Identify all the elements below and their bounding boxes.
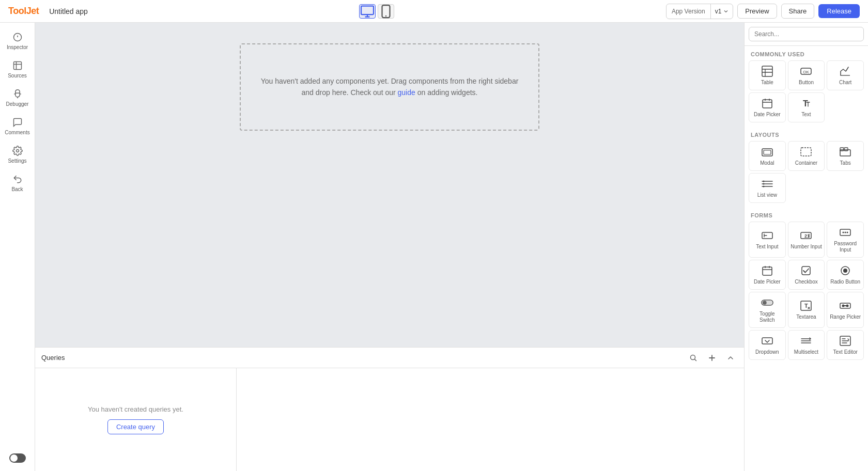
queries-list: You haven't created queries yet. Create …	[35, 368, 237, 471]
preview-button[interactable]: Preview	[737, 4, 777, 19]
chart-icon	[839, 65, 851, 77]
text-input-label: Text Input	[756, 244, 778, 250]
sidebar-item-settings[interactable]: Settings	[0, 140, 35, 169]
forms-title: Forms	[745, 207, 868, 222]
checkbox-icon	[800, 264, 812, 277]
bottom-panel: Queries You haven't created queries yet.…	[35, 347, 744, 471]
right-sidebar: Commonly Used Table OK Button Chart	[744, 23, 868, 471]
component-text[interactable]: T Text	[788, 92, 825, 122]
svg-point-2	[385, 15, 386, 16]
component-container[interactable]: Container	[788, 141, 825, 171]
range-picker-icon	[839, 300, 851, 312]
component-list-view[interactable]: List view	[749, 173, 786, 203]
desktop-view-button[interactable]	[359, 4, 376, 19]
text-input-icon	[761, 229, 773, 242]
text-label: Text	[801, 112, 811, 118]
number-input-label: Number Input	[791, 244, 822, 250]
svg-rect-10	[763, 100, 772, 108]
create-query-button[interactable]: Create query	[107, 419, 164, 434]
date-picker-form-icon	[761, 264, 773, 277]
component-number-input[interactable]: 21 Number Input	[788, 222, 825, 258]
queries-empty-text: You haven't created queries yet.	[88, 405, 183, 413]
component-search-input[interactable]	[749, 27, 864, 41]
password-input-label: Password Input	[829, 241, 861, 253]
component-tabs[interactable]: Tabs	[827, 141, 864, 171]
component-textarea[interactable]: T Textarea	[788, 292, 825, 328]
svg-point-5	[16, 150, 19, 152]
empty-message: You haven't added any components yet. Dr…	[261, 77, 519, 85]
textarea-label: Textarea	[796, 314, 816, 320]
guide-link[interactable]: guide	[398, 88, 415, 97]
component-table[interactable]: Table	[749, 60, 786, 90]
svg-text:OK: OK	[803, 70, 810, 74]
sidebar-item-comments[interactable]: Comments	[0, 112, 35, 140]
collapse-panel-button[interactable]	[723, 351, 738, 365]
topbar-right: App Version v1 Preview Share Release	[666, 4, 860, 19]
logo-jet: Jet	[26, 6, 39, 16]
svg-rect-14	[801, 148, 811, 156]
component-chart[interactable]: Chart	[827, 60, 864, 90]
text-editor-icon	[839, 335, 851, 347]
empty-message2: and drop here. Check out our	[302, 88, 396, 97]
radio-button-icon	[839, 264, 851, 277]
radio-button-label: Radio Button	[830, 279, 860, 285]
component-password-input[interactable]: Password Input	[827, 222, 864, 258]
canvas-container: You haven't added any components yet. Dr…	[35, 23, 744, 347]
version-selector[interactable]: App Version v1	[666, 4, 733, 19]
device-toggle	[94, 4, 660, 19]
commonly-used-title: Commonly Used	[745, 46, 868, 60]
sidebar-item-back[interactable]: Back	[0, 169, 35, 197]
component-range-picker[interactable]: Range Picker	[827, 292, 864, 328]
component-checkbox[interactable]: Checkbox	[788, 260, 825, 290]
chart-label: Chart	[839, 80, 851, 86]
component-modal[interactable]: Modal	[749, 141, 786, 171]
dropdown-icon	[761, 335, 773, 347]
svg-rect-7	[762, 66, 772, 76]
component-date-picker[interactable]: Date Picker	[749, 92, 786, 122]
left-sidebar: Inspector Sources Debugger Comments Sett…	[0, 23, 35, 471]
svg-text:T: T	[803, 99, 808, 108]
modal-label: Modal	[760, 160, 774, 166]
queries-content: You haven't created queries yet. Create …	[35, 368, 744, 471]
queries-title: Queries	[41, 354, 682, 362]
version-value: v1	[711, 4, 733, 19]
component-text-input[interactable]: Text Input	[749, 222, 786, 258]
component-date-picker-form[interactable]: Date Picker	[749, 260, 786, 290]
tabs-label: Tabs	[840, 160, 851, 166]
search-container	[745, 23, 868, 46]
text-editor-label: Text Editor	[833, 349, 858, 355]
search-queries-button[interactable]	[686, 351, 701, 365]
add-query-button[interactable]	[705, 351, 719, 365]
component-dropdown[interactable]: Dropdown	[749, 330, 786, 360]
drop-zone[interactable]: You haven't added any components yet. Dr…	[240, 43, 539, 131]
toggle-switch-icon	[761, 296, 773, 309]
dark-mode-toggle[interactable]	[9, 453, 26, 463]
svg-point-31	[843, 269, 847, 273]
container-label: Container	[795, 160, 817, 166]
sidebar-item-inspector[interactable]: Inspector	[0, 27, 35, 55]
svg-rect-13	[764, 150, 771, 154]
dropdown-label: Dropdown	[755, 349, 779, 355]
release-button[interactable]: Release	[818, 4, 860, 18]
sidebar-item-debugger[interactable]: Debugger	[0, 84, 35, 112]
svg-rect-16	[840, 148, 844, 151]
password-input-icon	[839, 226, 851, 239]
date-picker-icon	[761, 97, 773, 109]
app-title: Untitled app	[49, 7, 88, 15]
number-input-icon: 21	[800, 229, 812, 242]
container-icon	[800, 146, 812, 158]
component-button[interactable]: OK Button	[788, 60, 825, 90]
component-radio-button[interactable]: Radio Button	[827, 260, 864, 290]
component-toggle-switch[interactable]: Toggle Switch	[749, 292, 786, 328]
component-text-editor[interactable]: Text Editor	[827, 330, 864, 360]
share-button[interactable]: Share	[781, 4, 815, 19]
sidebar-item-sources[interactable]: Sources	[0, 55, 35, 84]
query-editor	[237, 368, 744, 471]
canvas-area: You haven't added any components yet. Dr…	[35, 23, 744, 347]
svg-point-25	[843, 232, 844, 233]
component-multiselect[interactable]: Multiselect	[788, 330, 825, 360]
checkbox-label: Checkbox	[795, 279, 817, 285]
modal-icon	[761, 146, 773, 158]
button-icon: OK	[800, 65, 812, 77]
mobile-view-button[interactable]	[378, 4, 394, 19]
